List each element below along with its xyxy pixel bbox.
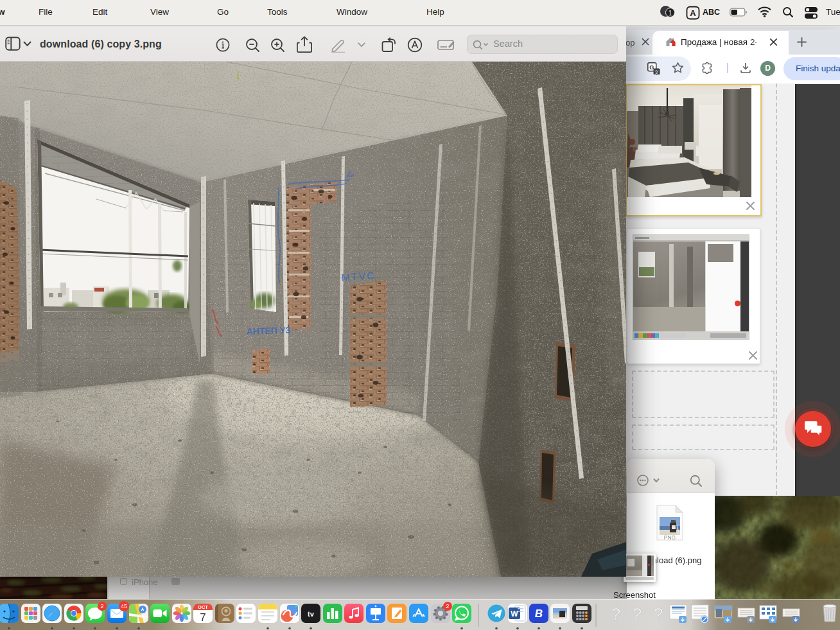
svg-text:?: ?: [654, 604, 663, 624]
svg-text:45: 45: [121, 603, 127, 609]
svg-text:OCT: OCT: [198, 604, 208, 610]
svg-text:?: ?: [633, 604, 642, 624]
svg-text:?: ?: [611, 604, 620, 624]
svg-text:W: W: [511, 609, 518, 618]
svg-text:PNG: PNG: [664, 534, 676, 541]
svg-text:7: 7: [200, 611, 206, 624]
svg-text:文: 文: [654, 69, 660, 75]
svg-text:tv: tv: [308, 610, 315, 618]
svg-text:2: 2: [100, 602, 103, 609]
svg-text:B: B: [535, 608, 543, 620]
svg-text:A: A: [690, 8, 696, 18]
svg-text:2: 2: [446, 602, 449, 609]
